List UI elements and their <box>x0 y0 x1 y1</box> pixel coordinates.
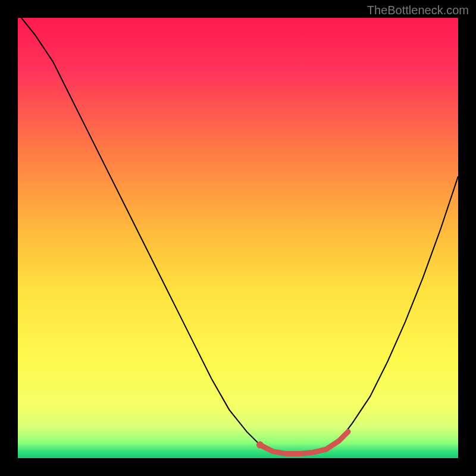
plot-area <box>18 18 458 458</box>
chart-container <box>18 18 458 458</box>
watermark-text: TheBottleneck.com <box>367 4 469 17</box>
marker-dot <box>256 441 264 449</box>
bottleneck-curve <box>18 18 458 454</box>
curve-layer <box>18 18 458 458</box>
optimal-range-marker <box>260 432 348 454</box>
